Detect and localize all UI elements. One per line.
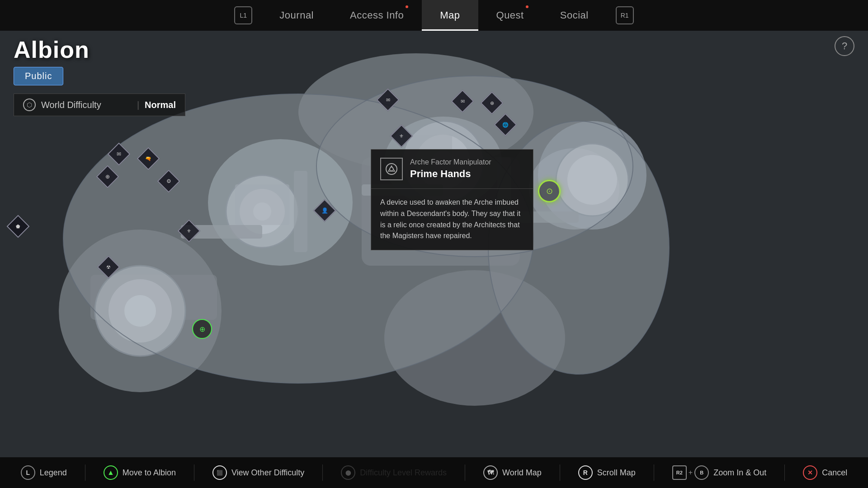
action-cancel[interactable]: ✕ Cancel [803,465,847,480]
difficulty-label: World Difficulty [41,100,132,110]
l3-button-icon: L [21,465,35,480]
map-marker-selected[interactable]: ⊙ [538,180,561,202]
item-tooltip: Arche Factor Manipulator Prime Hands A d… [371,149,533,250]
svg-rect-25 [294,171,307,252]
zoom-button-combo: R2 + B [672,465,709,480]
svg-rect-29 [235,184,289,225]
difficulty-separator: | [137,100,139,110]
separator-4 [465,465,465,481]
svg-point-21 [124,295,156,327]
b-button-icon: ⬤ [341,465,355,480]
tab-quest[interactable]: Quest [478,0,542,31]
location-header: Albion Public ⬡ World Difficulty | Norma… [14,36,185,116]
action-legend[interactable]: L Legend [21,465,67,480]
separator-6 [654,465,654,481]
r2-button-icon: R2 [672,465,687,480]
action-move[interactable]: ▲ Move to Albion [104,465,176,480]
action-scroll[interactable]: R Scroll Map [578,465,636,480]
legend-label: Legend [40,468,67,478]
public-badge: Public [14,67,63,85]
svg-point-35 [390,167,393,171]
rewards-label: Difficulty Level Rewards [360,468,447,478]
separator-1 [85,465,85,481]
tooltip-item-icon [380,158,403,180]
tooltip-item-name: Prime Hands [410,168,491,180]
action-difficulty[interactable]: ⬛ View Other Difficulty [212,465,304,480]
move-label: Move to Albion [123,468,176,478]
tab-journal[interactable]: Journal [261,0,332,31]
r1-button[interactable]: R1 [616,6,634,24]
a-button-icon: ▲ [104,465,118,480]
tooltip-header: Arche Factor Manipulator Prime Hands [371,150,533,189]
difficulty-btn-label: View Other Difficulty [231,468,304,478]
b-zoom-icon: B [694,465,709,480]
separator-2 [194,465,194,481]
tab-social[interactable]: Social [542,0,607,31]
svg-point-9 [384,270,565,406]
difficulty-icon: ⬡ [23,99,36,111]
map-marker-active[interactable]: ⊕ [192,319,212,339]
stick-icon: ⬛ [212,465,227,480]
zoom-label: Zoom In & Out [713,468,766,478]
tab-access-info[interactable]: Access Info [332,0,422,31]
notification-dot [406,5,408,8]
l1-button[interactable]: L1 [234,6,252,24]
tooltip-category: Arche Factor Manipulator [410,158,491,166]
quest-notification-dot [526,5,528,8]
separator-5 [560,465,560,481]
action-zoom[interactable]: R2 + B Zoom In & Out [672,465,766,480]
tooltip-description: A device used to awaken the Arche imbued… [371,189,533,250]
plus-sign: + [689,469,693,477]
scroll-label: Scroll Map [597,468,636,478]
world-difficulty-row: ⬡ World Difficulty | Normal [14,94,185,116]
difficulty-value: Normal [145,100,176,110]
help-button[interactable]: ? [835,36,854,56]
tooltip-title-area: Arche Factor Manipulator Prime Hands [410,158,491,180]
separator-3 [322,465,323,481]
svg-point-23 [567,155,617,205]
tab-map[interactable]: Map [422,0,478,31]
cancel-label: Cancel [822,468,847,478]
action-rewards: ⬤ Difficulty Level Rewards [341,465,447,480]
action-world-map[interactable]: 🗺 World Map [483,465,542,480]
world-map-label: World Map [502,468,542,478]
cancel-button-icon: ✕ [803,465,817,480]
location-title: Albion [14,36,185,63]
bottom-action-bar: L Legend ▲ Move to Albion ⬛ View Other D… [0,457,868,488]
r3-button-icon: R [578,465,593,480]
world-map-icon: 🗺 [483,465,498,480]
top-navigation: L1 Journal Access Info Map Quest Social … [0,0,868,31]
separator-7 [784,465,785,481]
